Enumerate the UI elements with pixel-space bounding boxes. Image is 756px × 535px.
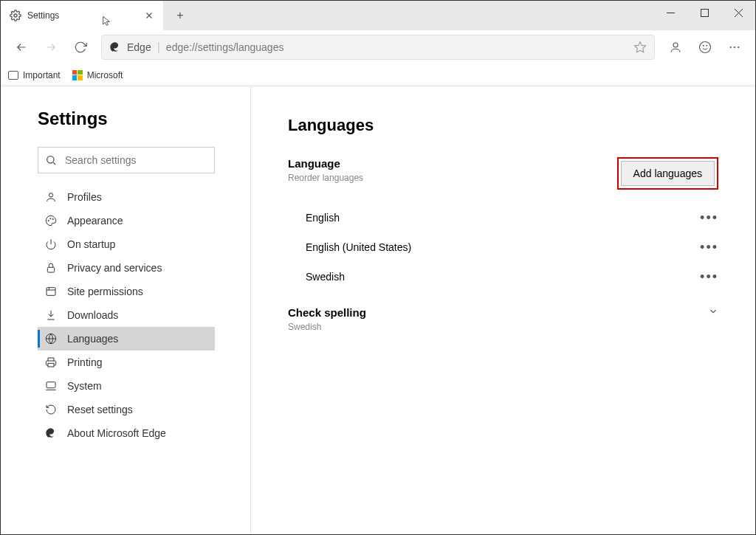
sidebar-item-label: System bbox=[67, 380, 102, 392]
search-icon bbox=[45, 154, 57, 166]
svg-point-11 bbox=[49, 193, 52, 197]
search-settings-input[interactable] bbox=[38, 147, 215, 173]
feedback-button[interactable] bbox=[690, 32, 720, 62]
svg-point-5 bbox=[703, 45, 704, 46]
address-bar[interactable]: Edge | edge://settings/languages bbox=[101, 35, 655, 60]
check-spelling-sub: Swedish bbox=[288, 322, 366, 332]
sidebar-item-downloads[interactable]: Downloads bbox=[38, 303, 215, 327]
printer-icon bbox=[45, 356, 57, 368]
person-icon bbox=[45, 191, 57, 203]
sidebar-item-label: Profiles bbox=[67, 191, 102, 203]
language-row: English (United States)••• bbox=[288, 232, 718, 262]
close-icon[interactable] bbox=[144, 10, 154, 21]
browser-tab[interactable]: Settings bbox=[1, 1, 163, 30]
language-section-title: Language bbox=[288, 157, 363, 170]
site-identity: Edge bbox=[127, 41, 151, 53]
sidebar-item-label: Appearance bbox=[67, 215, 123, 227]
highlight-annotation: Add languages bbox=[617, 157, 718, 190]
language-actions-button[interactable]: ••• bbox=[700, 210, 718, 226]
tab-title: Settings bbox=[27, 10, 144, 21]
svg-point-13 bbox=[50, 218, 51, 219]
language-icon bbox=[45, 333, 57, 345]
edge-icon bbox=[45, 427, 57, 439]
svg-marker-2 bbox=[635, 42, 646, 52]
new-tab-button[interactable]: + bbox=[169, 4, 191, 27]
svg-rect-19 bbox=[48, 363, 54, 367]
svg-rect-17 bbox=[47, 288, 55, 296]
edge-icon bbox=[109, 41, 121, 53]
reset-icon bbox=[45, 404, 57, 415]
permissions-icon bbox=[45, 286, 57, 297]
sidebar-item-printing[interactable]: Printing bbox=[38, 351, 215, 374]
power-icon bbox=[45, 238, 57, 250]
language-name: Swedish bbox=[306, 271, 345, 283]
svg-point-4 bbox=[700, 42, 711, 53]
system-icon bbox=[45, 380, 57, 392]
language-name: English bbox=[306, 212, 340, 224]
sidebar-item-label: Reset settings bbox=[67, 404, 133, 415]
language-section-sub: Reorder languages bbox=[288, 173, 363, 183]
svg-point-6 bbox=[707, 45, 707, 46]
sidebar-item-site-permissions[interactable]: Site permissions bbox=[38, 280, 215, 303]
sidebar-item-privacy-and-services[interactable]: Privacy and services bbox=[38, 256, 215, 280]
bookmark-label: Microsoft bbox=[87, 70, 123, 80]
maximize-button[interactable] bbox=[687, 1, 721, 24]
bookmark-important[interactable]: Important bbox=[8, 70, 61, 80]
sidebar-item-languages[interactable]: Languages bbox=[38, 327, 215, 351]
svg-point-10 bbox=[47, 156, 54, 163]
settings-heading: Settings bbox=[38, 108, 221, 129]
add-languages-button[interactable]: Add languages bbox=[621, 161, 715, 186]
bookmark-label: Important bbox=[23, 70, 61, 80]
profile-button[interactable] bbox=[661, 32, 690, 62]
minimize-button[interactable] bbox=[653, 1, 687, 24]
language-row: Swedish••• bbox=[288, 262, 718, 291]
sidebar-item-label: Downloads bbox=[67, 309, 118, 321]
sidebar-item-label: Site permissions bbox=[67, 286, 143, 297]
download-icon bbox=[45, 309, 57, 321]
palette-icon bbox=[45, 215, 57, 227]
sidebar-item-on-startup[interactable]: On startup bbox=[38, 232, 215, 256]
folder-icon bbox=[8, 71, 18, 80]
sidebar-item-label: About Microsoft Edge bbox=[67, 427, 166, 439]
sidebar-item-about-microsoft-edge[interactable]: About Microsoft Edge bbox=[38, 421, 215, 445]
chevron-down-icon[interactable] bbox=[708, 306, 718, 317]
svg-point-14 bbox=[52, 218, 53, 219]
sidebar-item-label: On startup bbox=[67, 238, 115, 250]
svg-point-3 bbox=[673, 43, 678, 47]
svg-point-8 bbox=[734, 46, 735, 48]
sidebar-item-system[interactable]: System bbox=[38, 374, 215, 398]
gear-icon bbox=[10, 10, 21, 21]
refresh-button[interactable] bbox=[66, 32, 95, 62]
svg-rect-16 bbox=[47, 267, 54, 272]
page-heading: Languages bbox=[288, 116, 718, 135]
svg-rect-1 bbox=[701, 9, 708, 16]
menu-button[interactable] bbox=[720, 32, 749, 62]
sidebar-item-appearance[interactable]: Appearance bbox=[38, 209, 215, 232]
sidebar-item-profiles[interactable]: Profiles bbox=[38, 185, 215, 209]
language-actions-button[interactable]: ••• bbox=[700, 240, 718, 255]
svg-rect-20 bbox=[47, 382, 55, 388]
url-text: edge://settings/languages bbox=[166, 41, 633, 53]
svg-point-0 bbox=[14, 14, 17, 17]
bookmark-microsoft[interactable]: Microsoft bbox=[72, 70, 123, 80]
sidebar-item-label: Languages bbox=[67, 333, 118, 345]
sidebar-item-label: Privacy and services bbox=[67, 262, 162, 274]
svg-point-7 bbox=[730, 46, 732, 48]
check-spelling-title: Check spelling bbox=[288, 306, 366, 319]
language-name: English (United States) bbox=[306, 241, 411, 253]
language-row: English••• bbox=[288, 203, 718, 232]
sidebar-item-reset-settings[interactable]: Reset settings bbox=[38, 398, 215, 421]
lock-icon bbox=[45, 262, 57, 274]
svg-point-12 bbox=[48, 220, 49, 221]
bookmarks-bar: Important Microsoft bbox=[1, 64, 755, 86]
forward-button bbox=[36, 32, 66, 62]
close-window-button[interactable] bbox=[721, 1, 755, 24]
sidebar-item-label: Printing bbox=[67, 356, 102, 368]
favorite-icon[interactable] bbox=[633, 41, 647, 54]
back-button[interactable] bbox=[7, 32, 36, 62]
language-actions-button[interactable]: ••• bbox=[700, 269, 718, 285]
svg-point-9 bbox=[738, 46, 739, 48]
microsoft-icon bbox=[72, 70, 83, 80]
